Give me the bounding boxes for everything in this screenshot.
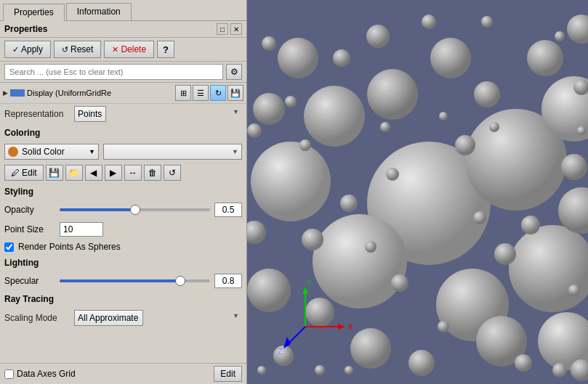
svg-point-40 [552,363,567,377]
svg-point-47 [285,96,297,107]
edit-button[interactable]: 🖊 Edit [4,165,44,181]
save-icon[interactable]: 💾 [227,85,243,101]
opacity-row: Opacity [0,200,246,220]
svg-point-48 [438,321,449,332]
scaling-mode-row: Scaling Mode All Approximate [0,308,246,329]
svg-point-16 [527,40,563,76]
opacity-slider-thumb[interactable] [130,205,140,215]
svg-point-8 [304,86,365,147]
lighting-header: Lighting [0,255,246,271]
display-icons: ⊞ ☰ ↻ 💾 [175,85,243,101]
reset-button[interactable]: ↺ Reset [54,41,101,58]
solid-color-dropdown[interactable]: Solid Color ▼ [4,144,99,160]
display-arrow: ▶ [3,89,8,97]
opacity-slider-track[interactable] [60,208,210,211]
color-dot [8,147,18,157]
svg-point-42 [473,211,486,224]
coloring-label: Coloring [4,128,40,138]
specular-label: Specular [4,276,55,286]
svg-text:Z: Z [278,347,283,356]
point-size-value[interactable] [60,222,103,237]
list-view-icon[interactable]: ☰ [193,85,209,101]
svg-point-35 [515,354,532,372]
opacity-slider-fill [60,208,135,211]
svg-text:Y: Y [307,278,313,287]
save-colormap-icon[interactable]: 💾 [46,165,63,181]
display-color-bar [10,89,25,97]
properties-title: Properties [4,24,47,34]
svg-text:X: X [347,322,353,331]
bottom-bar: Data Axes Grid Edit [0,363,246,384]
close-icon[interactable]: ✕ [230,23,242,35]
second-color-dropdown[interactable] [103,144,242,160]
representation-label: Representation [4,109,70,119]
representation-select[interactable]: Points [74,106,106,122]
svg-point-52 [489,122,499,132]
opacity-value[interactable] [214,203,242,217]
svg-point-32 [521,216,540,234]
right-arrow-icon[interactable]: ▶ [105,165,122,181]
coloring-row: Solid Color ▼ [0,142,246,163]
viewport[interactable]: Y X Z [247,0,588,384]
styling-header: Styling [0,184,246,200]
representation-select-wrapper: Points [74,106,242,122]
svg-point-3 [313,214,407,309]
svg-point-5 [251,142,331,221]
specular-slider-fill [60,279,180,282]
styling-label: Styling [4,187,33,197]
data-axes-checkbox[interactable] [4,369,14,379]
svg-point-43 [299,139,311,151]
specular-slider-thumb[interactable] [175,276,185,286]
svg-point-33 [391,274,408,292]
grid-view-icon[interactable]: ⊞ [175,85,191,101]
apply-button[interactable]: ✓ Apply [4,41,51,58]
point-size-label: Point Size [4,224,55,234]
gear-icon: ⚙ [230,67,238,77]
delete-button[interactable]: ✕ Delete [104,41,154,58]
tab-properties[interactable]: Properties [3,4,65,21]
delete-colormap-icon[interactable]: 🗑 [144,165,161,181]
color-mode-label: Solid Color [22,147,65,157]
left-arrow-icon[interactable]: ◀ [85,165,102,181]
svg-point-14 [278,38,318,78]
svg-point-25 [366,25,390,48]
svg-point-41 [386,168,399,181]
gear-button[interactable]: ⚙ [226,64,242,80]
svg-point-18 [253,93,285,125]
svg-point-56 [345,366,353,375]
toolbar: ✓ Apply ↺ Reset ✕ Delete ? [0,38,246,62]
edit-icon: 🖊 [11,168,20,178]
svg-point-55 [439,112,448,120]
maximize-icon[interactable]: □ [217,23,228,35]
reset-colormap-icon[interactable]: ↺ [164,165,181,181]
delete-icon: ✕ [112,45,118,54]
search-input[interactable] [4,64,223,80]
props-icons: □ ✕ [217,23,242,35]
axes-edit-button[interactable]: Edit [214,366,242,382]
render-label: Render Points As Spheres [18,242,121,252]
specular-slider-track[interactable] [60,279,210,282]
svg-point-36 [333,49,350,67]
svg-point-54 [577,126,586,135]
cycle-icon[interactable]: ↔ [124,165,142,181]
svg-point-15 [430,38,471,78]
refresh-icon[interactable]: ↻ [210,85,226,101]
svg-point-31 [340,195,358,212]
svg-point-46 [481,16,493,28]
svg-point-49 [555,31,565,41]
load-colormap-icon[interactable]: 📁 [65,165,83,181]
svg-point-19 [474,81,500,107]
reset-icon: ↺ [62,45,68,54]
viewport-svg: Y X Z [247,0,588,384]
scaling-mode-select[interactable]: All Approximate [74,310,143,326]
svg-point-26 [302,229,323,250]
svg-point-23 [561,154,587,180]
help-button[interactable]: ? [157,41,174,58]
raytracing-label: Ray Tracing [4,294,54,304]
specular-value[interactable] [214,274,242,288]
lighting-label: Lighting [4,258,39,268]
tab-information[interactable]: Information [66,3,132,20]
svg-point-10 [367,69,418,120]
render-checkbox[interactable] [4,242,14,252]
representation-row: Representation Points [0,104,246,125]
